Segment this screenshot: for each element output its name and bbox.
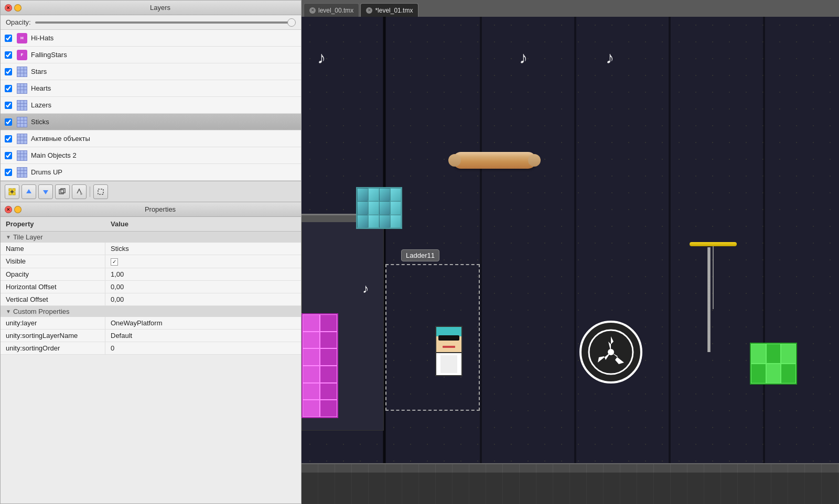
tab-level-00[interactable]: ✕ level_00.tmx xyxy=(304,3,359,17)
pink-block xyxy=(302,313,338,418)
ground-bottom-strip xyxy=(302,473,839,504)
svg-rect-1 xyxy=(13,189,15,191)
tab-level-01[interactable]: ✕ *level_01.tmx xyxy=(360,3,418,17)
rolling-pin xyxy=(453,152,536,169)
layers-titlebar: ✕ Layers xyxy=(1,1,301,15)
layer-item-lazers[interactable]: Lazers xyxy=(1,97,301,114)
props-header: Property Value xyxy=(1,217,301,232)
props-custom-row-2: unity:sortingOrder0 xyxy=(1,342,301,355)
props-checkbox-1[interactable]: ✓ xyxy=(111,258,118,266)
layer-icon-hi-hats: H xyxy=(16,32,28,44)
move-down-btn[interactable] xyxy=(38,184,53,199)
props-value-4: 0,00 xyxy=(105,293,129,305)
props-property-0: Name xyxy=(1,243,105,255)
layer-checkbox-hi-hats[interactable] xyxy=(5,35,12,42)
svg-rect-0 xyxy=(9,189,12,191)
character-sprite xyxy=(435,326,462,376)
props-value-3: 0,00 xyxy=(105,281,129,293)
section-arrow: ▼ xyxy=(6,234,11,240)
select-btn[interactable] xyxy=(93,184,108,199)
opacity-row: Opacity: xyxy=(1,15,301,30)
layer-icon-lazers xyxy=(16,100,28,111)
props-row-0: NameSticks xyxy=(1,243,301,255)
tab-bar: ✕ level_00.tmx ✕ *level_01.tmx xyxy=(302,0,839,17)
layer-item-main-objects-2[interactable]: Main Objects 2 xyxy=(1,147,301,164)
layer-item-stars[interactable]: Stars xyxy=(1,63,301,80)
yamaha-logo xyxy=(579,321,642,384)
props-value-1[interactable]: ✓ xyxy=(105,255,123,268)
props-section-custom[interactable]: ▼Custom Properties xyxy=(1,306,301,317)
layers-close-btn[interactable]: ✕ xyxy=(5,4,12,12)
ladder-selection xyxy=(385,264,480,411)
props-row-2: Opacity1,00 xyxy=(1,268,301,281)
props-custom-value-2: 0 xyxy=(105,342,120,354)
cymbal-area xyxy=(690,242,737,246)
layer-item-hearts[interactable]: Hearts xyxy=(1,80,301,97)
props-row-1: Visible✓ xyxy=(1,255,301,268)
section-custom-title: Custom Properties xyxy=(13,308,70,315)
layer-icon-falling-stars: F xyxy=(16,49,28,61)
props-property-4: Vertical Offset xyxy=(1,293,105,305)
ground-floor xyxy=(302,463,839,473)
properties-titlebar: ✕ Properties xyxy=(1,202,301,217)
layer-checkbox-lazers[interactable] xyxy=(5,102,12,109)
music-note-small: ♪ xyxy=(362,281,369,296)
tab-level-01-close[interactable]: ✕ xyxy=(366,7,372,14)
svg-rect-3 xyxy=(13,192,15,195)
layer-item-active-objects[interactable]: Активные объекты xyxy=(1,130,301,147)
opacity-slider[interactable] xyxy=(35,21,296,24)
props-header-value: Value xyxy=(105,219,134,229)
props-row-3: Horizontal Offset0,00 xyxy=(1,281,301,293)
music-note-2: ♪ xyxy=(519,48,528,68)
svg-point-8 xyxy=(80,193,82,195)
svg-rect-6 xyxy=(59,190,63,194)
props-value-0: Sticks xyxy=(105,243,134,255)
props-minimize-btn[interactable] xyxy=(14,206,21,213)
layer-item-drums-up[interactable]: Drums UP xyxy=(1,164,301,181)
props-row-4: Vertical Offset0,00 xyxy=(1,293,301,306)
layers-minimize-btn[interactable] xyxy=(14,4,21,12)
layer-name-hi-hats: Hi-Hats xyxy=(31,34,53,42)
layer-name-sticks: Sticks xyxy=(31,118,49,126)
layer-checkbox-falling-stars[interactable] xyxy=(5,51,12,59)
layer-icon-main-objects-2 xyxy=(16,150,28,161)
props-section-tile-layer[interactable]: ▼Tile Layer xyxy=(1,232,301,243)
layer-checkbox-drums-up[interactable] xyxy=(5,169,12,176)
layer-checkbox-hearts[interactable] xyxy=(5,85,12,92)
properties-panel: ✕ Properties Property Value ▼Tile LayerN… xyxy=(0,202,302,504)
music-note-1: ♪ xyxy=(317,48,326,68)
props-custom-value-0: OneWayPlatform xyxy=(105,317,168,329)
layer-item-sticks[interactable]: Sticks xyxy=(1,114,301,130)
dark-column-4 xyxy=(574,17,576,504)
layer-item-falling-stars[interactable]: FFallingStars xyxy=(1,47,301,63)
dark-column-3 xyxy=(480,17,482,504)
props-property-1: Visible xyxy=(1,255,105,268)
properties-title: Properties xyxy=(24,205,297,213)
props-body: ▼Tile LayerNameSticksVisible✓Opacity1,00… xyxy=(1,232,301,503)
bucket-btn[interactable] xyxy=(72,184,87,199)
left-panel: ✕ Layers Opacity: HHi-HatsFFallingStarsS… xyxy=(0,0,302,504)
svg-rect-2 xyxy=(9,192,12,195)
move-up-btn[interactable] xyxy=(21,184,36,199)
layer-checkbox-sticks[interactable] xyxy=(5,118,12,126)
duplicate-layer-btn[interactable] xyxy=(55,184,70,199)
props-header-property: Property xyxy=(1,219,105,229)
map-panel: ✕ level_00.tmx ✕ *level_01.tmx ♪ ♪ ♪ xyxy=(302,0,839,504)
toolbar-separator xyxy=(90,187,90,197)
props-custom-property-0: unity:layer xyxy=(1,317,105,329)
music-note-3: ♪ xyxy=(606,48,614,68)
layer-checkbox-active-objects[interactable] xyxy=(5,135,12,143)
layer-icon-sticks xyxy=(16,116,28,128)
layer-item-hi-hats[interactable]: HHi-Hats xyxy=(1,30,301,47)
ladder-label: Ladder11 xyxy=(401,249,439,261)
tab-level-00-close[interactable]: ✕ xyxy=(309,7,316,14)
layer-icon-hearts xyxy=(16,83,28,94)
tab-level-00-label: level_00.tmx xyxy=(318,7,353,14)
layer-checkbox-stars[interactable] xyxy=(5,68,12,75)
dark-column-6 xyxy=(763,17,765,504)
props-close-btn[interactable]: ✕ xyxy=(5,206,12,213)
add-layer-btn[interactable] xyxy=(5,184,19,199)
svg-rect-9 xyxy=(98,189,103,194)
map-canvas[interactable]: ♪ ♪ ♪ Ladder11 ♪ xyxy=(302,17,839,504)
layer-checkbox-main-objects-2[interactable] xyxy=(5,152,12,159)
